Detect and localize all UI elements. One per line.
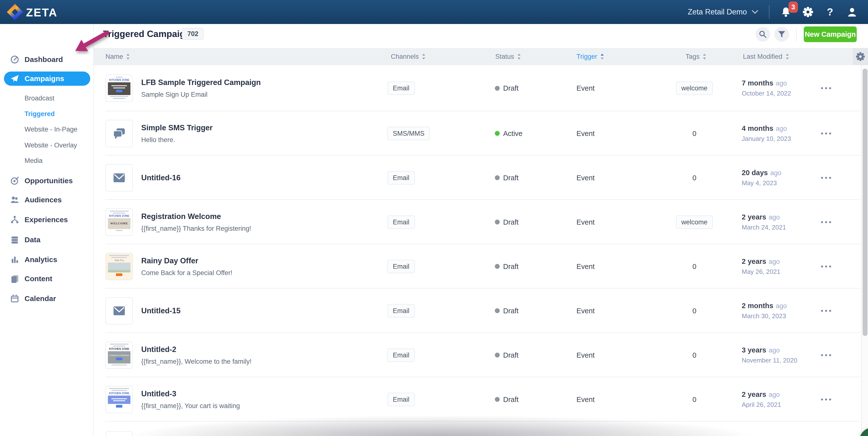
sidebar-item-content[interactable]: Content	[0, 272, 94, 286]
status-dot	[495, 175, 500, 180]
sidebar-item-opportunities[interactable]: Opportunities	[0, 174, 94, 188]
campaign-name: Untitled-16	[141, 173, 181, 182]
row-actions-button[interactable]: •••	[812, 174, 841, 182]
new-campaign-button[interactable]: New Campaign	[804, 27, 857, 42]
status-label: Draft	[503, 174, 519, 182]
trigger-label: Event	[577, 351, 595, 359]
table-row[interactable]: Simple SMS TriggerHello there.SMS/MMSAct…	[94, 111, 868, 156]
campaign-subtitle: Sample Sign Up Email	[141, 91, 261, 98]
account-button[interactable]	[846, 6, 858, 18]
workspace-name: Zeta Retail Demo	[688, 8, 747, 16]
trigger-label: Event	[577, 262, 595, 270]
sidebar: Dashboard Campaigns Broadcast Triggered …	[0, 24, 94, 436]
sidebar-item-calendar[interactable]: Calendar	[0, 292, 94, 306]
tag-count: 0	[692, 129, 696, 137]
sidebar-item-dashboard[interactable]: Dashboard	[0, 53, 94, 67]
sidebar-item-data[interactable]: Data	[0, 233, 94, 247]
sidebar-item-experiences[interactable]: Experiences	[0, 212, 94, 227]
row-actions-button[interactable]: •••	[812, 129, 841, 138]
modified-date: October 14, 2022	[742, 90, 791, 97]
column-header-last-modified[interactable]: Last Modified	[743, 48, 789, 65]
modified-suffix: ago	[776, 79, 787, 87]
table-row[interactable]: Untitled-16EmailDraftEvent020 daysagoMay…	[94, 156, 868, 200]
sidebar-subitem-media[interactable]: Media	[0, 155, 94, 167]
table-row[interactable]: Stay DryRainy Day OfferCome Back for a S…	[94, 244, 868, 289]
trigger-label: Event	[577, 129, 595, 137]
row-actions-button[interactable]: •••	[812, 84, 841, 92]
filter-button[interactable]	[774, 27, 789, 42]
modified-date: November 11, 2020	[742, 357, 797, 364]
trigger-label: Event	[577, 84, 595, 92]
sort-icon	[703, 53, 706, 60]
row-actions-button[interactable]: •••	[812, 262, 841, 271]
campaign-subtitle: {{first_name}} Thanks for Registering!	[141, 225, 251, 232]
status-dot	[495, 264, 500, 269]
sidebar-subitem-triggered[interactable]: Triggered	[0, 108, 94, 120]
modified-date: March 24, 2021	[742, 224, 786, 231]
modified-date: May 4, 2023	[742, 179, 781, 187]
help-button[interactable]: ?	[824, 6, 836, 18]
trigger-label: Event	[577, 395, 595, 403]
campaign-thumbnail	[105, 120, 133, 147]
scrollbar-thumb[interactable]	[863, 69, 868, 336]
tag-count: 0	[692, 262, 696, 270]
table-row[interactable]: KITCHEN ZONECookware & BakewareUntitled-…	[94, 333, 868, 377]
channel-badge: Email	[388, 81, 415, 95]
settings-button[interactable]	[802, 6, 813, 18]
column-header-trigger[interactable]: Trigger	[577, 48, 604, 65]
sidebar-subitem-website-in-page[interactable]: Website - In-Page	[0, 123, 94, 135]
campaign-count-badge: 702	[182, 28, 204, 40]
trigger-label: Event	[577, 218, 595, 226]
column-header-name[interactable]: Name	[105, 48, 130, 65]
sidebar-item-audiences[interactable]: Audiences	[0, 193, 94, 207]
status-dot	[495, 397, 500, 402]
tag-count: 0	[692, 351, 696, 359]
top-navigation-bar: ZETA Zeta Retail Demo 3	[0, 0, 868, 24]
column-header-status[interactable]: Status	[495, 48, 521, 65]
table-row[interactable]: KITCHEN ZONELFB Sample Triggered Campaig…	[94, 65, 868, 111]
row-actions-button[interactable]: •••	[812, 351, 841, 359]
row-actions-button[interactable]: •••	[812, 218, 841, 226]
scrollbar-track[interactable]	[861, 65, 868, 436]
campaign-name: SMS Message	[141, 435, 192, 436]
status-label: Draft	[503, 307, 519, 315]
table-row[interactable]: SMS Message	[94, 422, 868, 436]
notification-count-badge: 3	[788, 1, 798, 13]
people-icon	[10, 196, 19, 204]
channel-badge: Email	[388, 348, 415, 362]
sidebar-item-campaigns[interactable]: Campaigns	[4, 71, 90, 86]
column-header-channels[interactable]: Channels	[391, 48, 426, 65]
notifications-button[interactable]: 3	[780, 6, 792, 18]
campaign-name: Registration Welcome	[141, 212, 251, 221]
sort-icon	[600, 53, 604, 60]
status-dot	[495, 308, 500, 313]
column-header-tags[interactable]: Tags	[686, 48, 706, 65]
channel-badge: Email	[388, 171, 415, 185]
tag-badge: welcome	[676, 215, 713, 229]
sidebar-item-analytics[interactable]: Analytics	[0, 253, 94, 267]
campaign-thumbnail: Stay Dry	[105, 253, 133, 280]
tag-count: 0	[692, 395, 696, 403]
workspace-selector[interactable]: Zeta Retail Demo	[688, 8, 758, 16]
modified-relative: 2 years	[742, 213, 766, 221]
row-actions-button[interactable]: •••	[812, 395, 841, 404]
campaign-rows: KITCHEN ZONELFB Sample Triggered Campaig…	[94, 65, 868, 436]
gear-icon	[803, 7, 813, 18]
topbar-divider	[769, 5, 769, 19]
sidebar-subitem-broadcast[interactable]: Broadcast	[0, 92, 94, 104]
modified-relative: 3 years	[742, 346, 766, 354]
channel-badge: Email	[388, 260, 415, 273]
modified-relative: 2 years	[742, 258, 766, 265]
row-actions-button[interactable]: •••	[812, 307, 841, 315]
chevron-down-icon	[752, 10, 758, 14]
app-screen: ZETA Zeta Retail Demo 3	[0, 0, 868, 436]
modified-relative: 20 days	[742, 169, 768, 177]
table-row[interactable]: KITCHEN ZONEUntitled-3{{first_name}}, Yo…	[94, 377, 868, 422]
sidebar-subitem-website-overlay[interactable]: Website - Overlay	[0, 139, 94, 152]
last-modified-cell: 3 yearsagoNovember 11, 2020	[742, 346, 797, 364]
table-row[interactable]: Untitled-15EmailDraftEvent02 monthsagoMa…	[94, 289, 868, 333]
channel-badge: SMS/MMS	[388, 127, 430, 140]
column-settings-button[interactable]	[853, 48, 868, 65]
search-button[interactable]	[755, 27, 770, 42]
table-row[interactable]: KITCHEN ZONEWELCOMERegistration Welcome{…	[94, 200, 868, 244]
